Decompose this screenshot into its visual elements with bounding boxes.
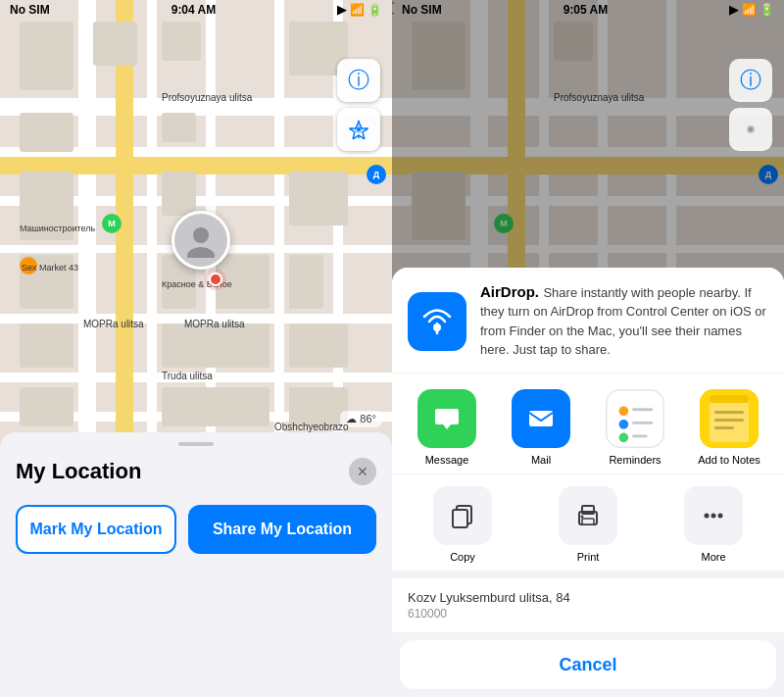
location-pin-left <box>209 273 222 286</box>
svg-rect-23 <box>714 426 734 429</box>
drag-handle <box>178 442 214 446</box>
share-sheet: AirDrop. Share instantly with people nea… <box>392 268 784 697</box>
svg-rect-28 <box>582 519 594 524</box>
time-left: 9:04 AM <box>172 3 217 17</box>
metro-icon-left: М <box>102 214 122 233</box>
map-label-mopra1: MOPRa ulitsa <box>83 319 144 329</box>
svg-point-0 <box>193 227 209 243</box>
share-location-button[interactable]: Share My Location <box>188 505 376 554</box>
map-label-truda: Truda ulitsa <box>162 371 213 381</box>
print-icon <box>559 486 617 545</box>
map-label-obsh: Obshchyeobrazo <box>274 422 349 432</box>
carrier-right: No SIM <box>402 3 442 17</box>
avatar-left <box>172 211 230 270</box>
svg-point-30 <box>705 514 710 519</box>
svg-rect-20 <box>710 395 749 403</box>
system-icons-right: ▶ 📶 🔋 <box>729 3 774 17</box>
message-label: Message <box>425 454 469 466</box>
status-bar-left: No SIM 9:04 AM ▶ 📶 🔋 <box>0 0 392 20</box>
svg-point-31 <box>711 514 716 519</box>
svg-point-13 <box>619 420 629 429</box>
reminders-label: Reminders <box>609 454 661 466</box>
location-button-right[interactable] <box>729 108 772 151</box>
notes-label: Add to Notes <box>698 454 760 466</box>
svg-point-14 <box>619 433 629 443</box>
airdrop-icon <box>408 292 466 351</box>
app-reminders[interactable]: Reminders <box>588 389 682 466</box>
action-print[interactable]: Print <box>525 486 651 563</box>
print-label: Print <box>577 551 600 563</box>
sheet-title: My Location <box>16 459 141 484</box>
svg-rect-10 <box>529 411 553 426</box>
airdrop-row: AirDrop. Share instantly with people nea… <box>392 268 784 373</box>
airdrop-title: AirDrop. <box>480 283 539 300</box>
action-icons-row: Copy Print <box>392 474 784 571</box>
action-more[interactable]: More <box>651 486 776 563</box>
action-copy[interactable]: Copy <box>400 486 525 563</box>
svg-point-32 <box>718 514 723 519</box>
info-button-right[interactable]: ⓘ <box>729 59 772 102</box>
map-label-mopra2: MOPRa ulitsa <box>184 319 245 329</box>
app-icons-row: Message Mail <box>392 373 784 473</box>
mark-location-button[interactable]: Mark My Location <box>16 505 176 554</box>
right-panel: М Д Profsoyuznaya ulitsa переулок No SIM… <box>392 0 784 697</box>
message-icon <box>417 389 476 448</box>
svg-rect-25 <box>453 510 467 527</box>
more-label: More <box>701 551 725 563</box>
info-button-left[interactable]: ⓘ <box>337 59 380 102</box>
address-text: Kozv Lyuksemburd ulitsa, 84 <box>408 590 768 605</box>
map-label-profsoy: Profsoyuznaya ulitsa <box>162 92 252 103</box>
app-notes[interactable]: Add to Notes <box>682 389 776 466</box>
map-label-mash: Машиностроитель <box>20 224 95 233</box>
svg-rect-11 <box>607 390 663 447</box>
svg-rect-15 <box>632 408 653 411</box>
svg-point-12 <box>619 406 629 416</box>
airdrop-text: AirDrop. Share instantly with people nea… <box>480 283 768 359</box>
time-right: 9:05 AM <box>564 3 609 17</box>
carrier-left: No SIM <box>10 3 50 17</box>
close-button[interactable]: ✕ <box>349 458 376 485</box>
left-panel: М Д Profsoyuznaya ulitsa MOPRa ulitsa MO… <box>0 0 392 697</box>
blue-marker-left: Д <box>367 165 386 184</box>
svg-point-3 <box>357 127 361 131</box>
system-icons-left: ▶ 📶 🔋 <box>337 3 382 17</box>
address-sub: 610000 <box>408 607 768 621</box>
svg-point-1 <box>187 247 215 258</box>
svg-rect-16 <box>632 422 653 424</box>
svg-rect-21 <box>714 411 744 414</box>
svg-point-5 <box>749 127 753 131</box>
app-mail[interactable]: Mail <box>494 389 588 466</box>
copy-icon <box>433 486 492 545</box>
cancel-button[interactable]: Cancel <box>400 640 776 689</box>
svg-rect-22 <box>714 419 744 422</box>
address-bar: Kozv Lyuksemburd ulitsa, 84 610000 <box>392 578 784 632</box>
app-message[interactable]: Message <box>400 389 494 466</box>
more-icon <box>684 486 743 545</box>
reminders-icon <box>606 389 664 448</box>
status-bar-right: No SIM 9:05 AM ▶ 📶 🔋 <box>392 0 784 20</box>
svg-rect-17 <box>632 434 647 437</box>
location-button-left[interactable] <box>337 108 380 151</box>
mail-label: Mail <box>531 454 551 466</box>
notes-icon <box>700 389 759 448</box>
svg-point-29 <box>581 516 584 519</box>
map-label-sex: Sex Market 43 <box>22 263 78 273</box>
copy-label: Copy <box>450 551 475 563</box>
mail-icon <box>512 389 570 448</box>
bottom-sheet-left: My Location ✕ Mark My Location Share My … <box>0 432 392 697</box>
